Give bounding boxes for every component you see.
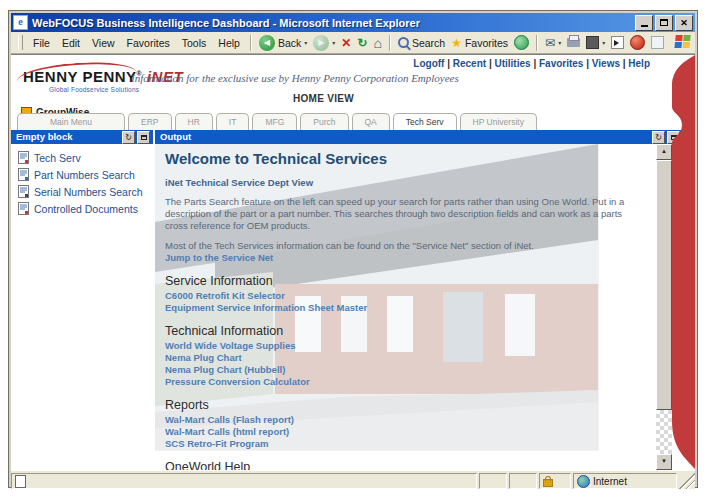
resize-grip[interactable] — [679, 473, 695, 489]
scrollbar-track[interactable] — [656, 410, 672, 454]
link-walmart-calls-html[interactable]: Wal-Mart Calls (html report) — [165, 426, 643, 438]
edit-button[interactable]: ▾ — [583, 35, 608, 50]
discuss-button[interactable] — [648, 35, 667, 50]
link-pressure-conversion[interactable]: Pressure Conversion Calculator — [165, 376, 643, 388]
logo-tagline: Global Foodservice Solutions — [49, 86, 183, 93]
print-icon — [567, 38, 580, 47]
service-net-paragraph: Most of the Tech Services information ca… — [165, 240, 643, 252]
minimize-button[interactable] — [635, 15, 653, 31]
back-button[interactable]: ◀ Back ▾ — [256, 34, 310, 52]
edit-icon — [586, 36, 599, 49]
toolbar-separator — [250, 35, 252, 51]
section-oneworld-help: OneWorld Help How to view Internal Attac… — [165, 460, 643, 470]
content-scrollbar[interactable]: ▲ ▼ — [656, 144, 672, 470]
media-globe-icon — [514, 35, 529, 50]
link-walmart-calls-flash[interactable]: Wal-Mart Calls (Flash report) — [165, 414, 643, 426]
status-lock-cell — [539, 473, 571, 489]
output-panel: Welcome to Technical Services iNet Techn… — [155, 144, 656, 470]
minimize-icon — [641, 25, 648, 27]
sidebar-item-tech-serv[interactable]: Tech Serv — [18, 151, 143, 164]
home-button[interactable]: ⌂ — [370, 34, 384, 52]
link-scs-retro-fit[interactable]: SCS Retro-Fit Program — [165, 438, 643, 450]
tab-hp-university[interactable]: HP University — [460, 113, 537, 130]
print-button[interactable] — [564, 37, 583, 48]
media-button[interactable] — [511, 34, 532, 51]
messenger-icon — [630, 35, 645, 50]
link-help[interactable]: Help — [628, 58, 650, 69]
maximize-button[interactable] — [655, 15, 673, 31]
intro-paragraph: The Parts Search feature on the left can… — [165, 196, 643, 232]
sidebar-item-controlled-documents[interactable]: Controlled Documents — [18, 202, 143, 215]
refresh-button[interactable]: ↻ — [354, 35, 370, 51]
tab-qa[interactable]: QA — [352, 113, 390, 130]
tab-hr[interactable]: HR — [175, 113, 213, 130]
jump-to-service-net-link[interactable]: Jump to the Service Net — [165, 252, 643, 264]
left-panel-refresh-button[interactable]: ↻ — [122, 131, 135, 144]
link-recent[interactable]: Recent — [453, 58, 486, 69]
utility-link-bar: LogoffRecentUtilitiesFavoritesViewsHelp — [413, 58, 650, 69]
link-views[interactable]: Views — [592, 58, 620, 69]
output-panel-restore-button[interactable] — [667, 131, 680, 144]
favorites-star-icon: ★ — [451, 36, 462, 50]
favorites-button[interactable]: ★ Favorites — [448, 35, 511, 51]
msn-button[interactable] — [608, 35, 627, 50]
section-heading: Service Information — [165, 274, 643, 288]
document-icon — [18, 202, 29, 215]
search-label: Search — [412, 37, 445, 49]
output-panel-refresh-button[interactable]: ↻ — [652, 131, 665, 144]
tab-purch[interactable]: Purch — [300, 113, 348, 130]
sidebar-item-label: Controlled Documents — [34, 203, 138, 215]
menu-view[interactable]: View — [86, 35, 121, 51]
left-panel-restore-button[interactable] — [137, 131, 150, 144]
output-text: Welcome to Technical Services iNet Techn… — [155, 144, 643, 470]
tab-tech-serv[interactable]: Tech Serv — [393, 113, 457, 130]
scrollbar-thumb[interactable] — [656, 160, 672, 410]
forward-dropdown-icon: ▾ — [332, 39, 335, 46]
menu-tools[interactable]: Tools — [176, 35, 213, 51]
toolbar-grip[interactable] — [18, 35, 23, 50]
tab-main-menu[interactable]: Main Menu — [17, 113, 125, 130]
back-dropdown-icon: ▾ — [304, 39, 307, 46]
status-page-icon — [15, 475, 26, 488]
department-tabs: Main Menu ERP HR IT MFG Purch QA Tech Se… — [17, 112, 537, 130]
page-title: Welcome to Technical Services — [165, 150, 643, 167]
forward-icon: ▶ — [313, 35, 329, 51]
search-icon — [398, 37, 409, 48]
sidebar-item-serial-numbers-search[interactable]: Serial Numbers Search — [18, 185, 143, 198]
scroll-up-button[interactable]: ▲ — [656, 144, 672, 160]
search-button[interactable]: Search — [395, 36, 448, 50]
document-icon — [18, 168, 29, 181]
forward-button[interactable]: ▶ ▾ — [310, 34, 338, 52]
sidebar-item-part-numbers-search[interactable]: Part Numbers Search — [18, 168, 143, 181]
output-panel-header: Output ↻ — [155, 130, 692, 144]
messenger-button[interactable] — [627, 34, 648, 51]
screenshot-stage: e WebFOCUS Business Intelligence Dashboa… — [0, 0, 720, 504]
link-favorites[interactable]: Favorites — [539, 58, 583, 69]
menu-file[interactable]: File — [27, 35, 56, 51]
section-technical-information: Technical Information World Wide Voltage… — [165, 324, 643, 388]
menu-favorites[interactable]: Favorites — [121, 35, 176, 51]
link-equipment-service-sheet[interactable]: Equipment Service Information Sheet Mast… — [165, 302, 643, 314]
menu-edit[interactable]: Edit — [56, 35, 86, 51]
tab-erp[interactable]: ERP — [128, 113, 171, 130]
brand-text: HENNY PENNY — [23, 68, 137, 85]
section-service-information: Service Information C6000 Retrofit Kit S… — [165, 274, 643, 314]
page-subtitle: iNet Technical Service Dept View — [165, 177, 643, 188]
stop-button[interactable]: ✕ — [338, 35, 354, 51]
close-button[interactable]: ✕ — [675, 15, 693, 31]
mail-button[interactable]: ✉ ▾ — [542, 35, 564, 51]
link-logoff[interactable]: Logoff — [413, 58, 444, 69]
link-c6000-retrofit[interactable]: C6000 Retrofit Kit Selector — [165, 290, 643, 302]
link-nema-plug-chart-hubbell[interactable]: Nema Plug Chart (Hubbell) — [165, 364, 643, 376]
link-utilities[interactable]: Utilities — [494, 58, 530, 69]
back-label: Back — [278, 37, 301, 49]
tab-mfg[interactable]: MFG — [252, 113, 297, 130]
menu-help[interactable]: Help — [212, 35, 246, 51]
menu-toolbar: File Edit View Favorites Tools Help ◀ Ba… — [11, 32, 695, 54]
link-world-wide-voltage[interactable]: World Wide Voltage Supplies — [165, 340, 643, 352]
msn-icon — [611, 36, 624, 49]
tab-it[interactable]: IT — [216, 113, 250, 130]
stop-icon: ✕ — [341, 36, 351, 50]
link-nema-plug-chart[interactable]: Nema Plug Chart — [165, 352, 643, 364]
scroll-down-button[interactable]: ▼ — [656, 454, 672, 470]
